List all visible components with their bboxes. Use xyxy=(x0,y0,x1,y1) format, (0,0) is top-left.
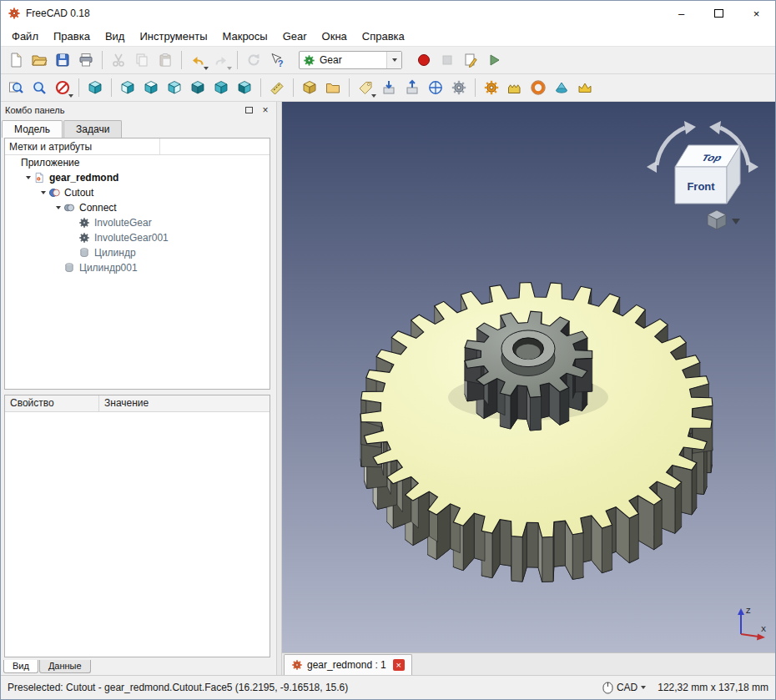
measure-button[interactable] xyxy=(265,76,289,99)
toolbar-row-2 xyxy=(1,74,775,102)
cut-op-icon xyxy=(48,187,62,199)
panel-splitter[interactable] xyxy=(276,102,282,675)
view-bottom-button[interactable] xyxy=(209,76,233,99)
macro-stop-button xyxy=(436,48,459,72)
tree-item-label: InvoluteGear001 xyxy=(94,232,169,244)
close-panel-button[interactable]: × xyxy=(259,104,272,117)
close-button[interactable]: × xyxy=(738,1,775,26)
export-button[interactable] xyxy=(401,76,424,99)
cut-button xyxy=(107,48,130,72)
chevron-down-icon[interactable] xyxy=(386,52,401,68)
expander-icon[interactable] xyxy=(53,206,63,209)
involute-gear-button[interactable] xyxy=(480,76,503,99)
macro-edit-button[interactable] xyxy=(459,48,482,72)
svg-text:?: ? xyxy=(278,58,284,68)
expander-icon[interactable] xyxy=(23,176,33,179)
main-area: Комбо панель × МодельЗадачи Метки и атри… xyxy=(1,102,775,675)
property-editor-header: Свойство Значение xyxy=(5,395,270,412)
maximize-button[interactable] xyxy=(700,1,738,26)
close-document-icon[interactable]: × xyxy=(393,659,405,671)
nav-menu-caret-icon[interactable] xyxy=(732,219,740,224)
involute-rack-button[interactable] xyxy=(503,76,527,99)
menu-tools[interactable]: Инструменты xyxy=(132,28,214,45)
tree-item-involutegear[interactable]: InvoluteGear xyxy=(5,215,270,230)
view-left-button[interactable] xyxy=(233,76,256,99)
axis-cross-button[interactable] xyxy=(424,76,447,99)
appearance-button[interactable] xyxy=(354,76,377,99)
menu-file[interactable]: Файл xyxy=(4,28,46,45)
view-front-button[interactable] xyxy=(116,76,139,99)
new-file-button[interactable] xyxy=(4,48,28,72)
workbench-selector[interactable]: Gear xyxy=(299,51,402,69)
panel-tab-view[interactable]: Вид xyxy=(3,660,38,673)
document-tab[interactable]: gear_redmond : 1 × xyxy=(284,654,412,675)
document-icon xyxy=(33,172,47,184)
gear-tree-icon xyxy=(78,232,92,244)
cylinder-icon xyxy=(78,247,92,259)
menu-gear[interactable]: Gear xyxy=(275,28,315,45)
tree-item-cutout[interactable]: Cutout xyxy=(5,185,270,200)
fit-selection-button[interactable] xyxy=(28,76,51,99)
maximize-icon xyxy=(714,9,723,18)
file-toolbar: ? xyxy=(4,48,289,72)
save-button[interactable] xyxy=(51,48,74,72)
document-tab-label: gear_redmond : 1 xyxy=(307,659,386,671)
draw-style-button[interactable] xyxy=(51,76,74,99)
panel-tab-data[interactable]: Данные xyxy=(39,660,91,673)
menu-view[interactable]: Вид xyxy=(98,28,133,45)
view-top-button[interactable] xyxy=(139,76,163,99)
open-button[interactable] xyxy=(28,48,51,72)
tree-item-label: Цилиндр001 xyxy=(79,262,138,274)
float-panel-button[interactable] xyxy=(242,104,255,117)
combo-panel-tabs: МодельЗадачи xyxy=(1,118,276,138)
tree-item-gear-redmond[interactable]: gear_redmond xyxy=(5,170,270,185)
window-controls: – × xyxy=(663,1,775,26)
macro-run-button[interactable] xyxy=(482,48,506,72)
menu-windows[interactable]: Окна xyxy=(315,28,355,45)
toolbar-separator xyxy=(237,51,238,69)
group-button[interactable] xyxy=(321,76,345,99)
menu-help[interactable]: Справка xyxy=(355,28,412,45)
tab-tasks[interactable]: Задачи xyxy=(63,120,122,138)
caret-down-icon xyxy=(641,686,646,689)
import-button[interactable] xyxy=(377,76,401,99)
menu-macros[interactable]: Макросы xyxy=(214,28,275,45)
view-right-button[interactable] xyxy=(163,76,186,99)
view-axonometric-button[interactable] xyxy=(83,76,107,99)
tab-model[interactable]: Модель xyxy=(2,120,63,138)
tree-header-label: Метки и атрибуты xyxy=(5,138,160,154)
expander-icon[interactable] xyxy=(38,191,48,194)
macro-record-button[interactable] xyxy=(412,48,436,72)
redo-button xyxy=(209,48,233,72)
view-rear-button[interactable] xyxy=(186,76,209,99)
whats-this-button[interactable]: ? xyxy=(265,48,289,72)
axis-cross: Z X xyxy=(730,604,770,644)
menu-edit[interactable]: Правка xyxy=(46,28,98,45)
navigation-style-selector[interactable]: CAD xyxy=(602,682,646,694)
tree-item-cylinder001[interactable]: Цилиндр001 xyxy=(5,260,270,275)
part-solid-button[interactable] xyxy=(298,76,321,99)
copy-button xyxy=(130,48,154,72)
navigation-cube[interactable]: Top Front xyxy=(640,113,765,239)
document-area: Top Front Z xyxy=(282,102,775,675)
tree-item-involutegear001[interactable]: InvoluteGear001 xyxy=(5,230,270,245)
tree-item-cylinder[interactable]: Цилиндр xyxy=(5,245,270,260)
internal-gear-button[interactable] xyxy=(527,76,550,99)
tree-item-connect[interactable]: Connect xyxy=(5,200,270,215)
combo-panel-header: Комбо панель × xyxy=(1,102,276,118)
3d-viewport[interactable]: Top Front Z xyxy=(282,102,775,652)
fit-all-button[interactable] xyxy=(4,76,28,99)
bevel-gear-button[interactable] xyxy=(550,76,573,99)
print-button[interactable] xyxy=(74,48,98,72)
tree-body: Приложениеgear_redmondCutoutConnectInvol… xyxy=(5,155,270,275)
minimize-button[interactable]: – xyxy=(663,1,700,26)
property-editor-tabs: ВидДанные xyxy=(1,660,276,675)
crown-gear-button[interactable] xyxy=(573,76,597,99)
preferences-button[interactable] xyxy=(447,76,471,99)
property-editor: Свойство Значение xyxy=(4,395,270,657)
nav-mini-cube-icon[interactable] xyxy=(708,210,726,229)
undo-button[interactable] xyxy=(186,48,209,72)
view-toolbar xyxy=(4,76,597,99)
nav-cube-front-face[interactable]: Front xyxy=(687,180,715,193)
tree-item-application[interactable]: Приложение xyxy=(5,155,270,170)
